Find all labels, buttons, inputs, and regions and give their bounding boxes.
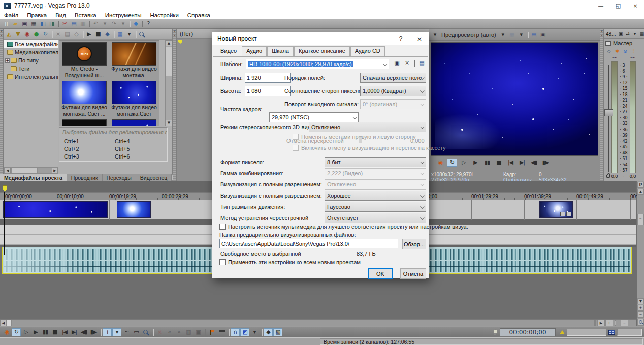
restore-button[interactable]: ◱ xyxy=(609,0,627,11)
apply-preset-icon[interactable]: ◇ xyxy=(72,30,81,38)
panel-grip[interactable]: × ▪ xyxy=(173,29,177,181)
zoom-tool-corner-button[interactable] xyxy=(637,319,644,326)
master-solo-icon[interactable]: ! xyxy=(630,48,636,54)
event-fx-icon[interactable] xyxy=(560,212,565,216)
scrollbar-thumb[interactable] xyxy=(7,320,12,326)
master-properties-gear-icon[interactable]: ✱ xyxy=(614,48,620,54)
scroll-left-icon[interactable]: ◀ xyxy=(0,320,7,326)
pixel-aspect-combo[interactable]: 1,0000 (Квадрат) xyxy=(360,86,426,96)
auto-preview-icon[interactable]: ◭ xyxy=(4,30,13,38)
go-to-start-button[interactable]: |◀ xyxy=(60,328,69,336)
open-project-icon[interactable]: ▰ xyxy=(11,20,20,28)
split-screen-view-icon[interactable]: ▦ xyxy=(507,30,517,39)
height-input[interactable]: 1 080 xyxy=(245,86,291,96)
previous-frame-button[interactable]: ◀▮ xyxy=(79,328,88,336)
event-name-field[interactable] xyxy=(617,329,642,336)
capture-video-icon[interactable]: ◉ xyxy=(22,30,31,38)
full-res-quality-combo[interactable]: Хорошее xyxy=(325,191,426,201)
preview-stop-icon[interactable]: ■ xyxy=(93,30,103,38)
render-as-icon[interactable]: ▦ xyxy=(29,20,38,28)
scroll-left-icon[interactable]: ◀ xyxy=(5,168,11,173)
next-frame-button[interactable]: ▮▶ xyxy=(540,159,551,167)
insert-region-button[interactable] xyxy=(217,328,226,336)
zoom-edit-tool-button[interactable] xyxy=(141,328,150,336)
media-tree-item[interactable]: Медианакопители xyxy=(4,48,58,56)
stop-button[interactable]: ■ xyxy=(50,328,59,336)
panel-tab[interactable]: Медиафайлы проекта xyxy=(0,174,67,181)
zoom-in-time-icon[interactable]: + xyxy=(605,320,613,326)
media-thumbnail[interactable] xyxy=(61,119,108,126)
browse-button[interactable]: Обзор... xyxy=(402,239,426,249)
close-button[interactable]: × xyxy=(627,0,644,11)
event-pan-crop-icon[interactable] xyxy=(566,212,571,216)
panel-grip[interactable]: × ▪ xyxy=(600,29,604,181)
scrollbar-thumb[interactable] xyxy=(166,47,172,76)
envelope-edit-tool-button[interactable]: ~ xyxy=(122,328,131,336)
preview-play-icon[interactable]: ▶ xyxy=(84,30,93,38)
go-to-end-button[interactable]: ▶| xyxy=(70,328,79,336)
ignore-event-grouping-button[interactable]: ▧ xyxy=(273,328,282,336)
apply-to-all-checkbox[interactable]: Применять эти настройки ко всем новым пр… xyxy=(219,259,361,265)
trim-start-button[interactable]: « xyxy=(165,328,174,336)
media-thumbnail[interactable]: Футажи для видео монтажа.Свет Бли... xyxy=(111,81,157,117)
timeline-h-scrollbar[interactable]: ◀ ▶ + − xyxy=(0,319,636,326)
record-button[interactable]: ◉ xyxy=(435,159,445,167)
minimize-button[interactable]: — xyxy=(592,0,609,11)
stereo-3d-combo[interactable]: Отключено xyxy=(309,122,426,132)
remove-media-icon[interactable]: × xyxy=(53,30,62,38)
cut-icon[interactable]: ✂ xyxy=(60,20,69,28)
media-thumbnail[interactable]: MP3 Mr. Credo - Воздушный ш... xyxy=(61,42,108,79)
scroll-down-icon[interactable]: ▼ xyxy=(637,298,644,304)
crosstalk-slider-track[interactable] xyxy=(360,140,398,140)
save-template-icon[interactable]: ▣ xyxy=(392,59,401,67)
prerender-path-input[interactable]: C:\Users\user\AppData\Local\Sony\Vegas P… xyxy=(219,239,398,248)
video-event-clip[interactable] xyxy=(117,201,151,218)
panel-close-icon[interactable]: × xyxy=(174,29,176,33)
volume-fader-handle[interactable] xyxy=(604,109,613,116)
next-frame-button[interactable]: ▮▶ xyxy=(89,328,98,336)
normal-edit-tool-button[interactable]: + xyxy=(103,328,112,336)
scroll-down-icon[interactable]: ▼ xyxy=(166,120,172,126)
redo-icon[interactable]: ↷ xyxy=(109,20,118,28)
insert-marker-button[interactable] xyxy=(207,328,216,336)
panel-tab[interactable]: Видеоспец xyxy=(136,174,172,181)
undo-icon[interactable]: ↶ xyxy=(91,20,100,28)
panel-tab[interactable]: Переходы xyxy=(103,174,136,181)
auto-ripple-button[interactable]: ◩ xyxy=(240,328,249,336)
output-rotation-combo[interactable]: 0° (оригинал) xyxy=(360,99,426,109)
zoom-out-track-icon[interactable]: − xyxy=(637,311,644,318)
panel-pin-icon[interactable]: ▪ xyxy=(1,33,2,37)
project-properties-icon[interactable]: ◧ xyxy=(38,20,47,28)
crosstalk-slider-thumb[interactable] xyxy=(359,136,362,143)
save-project-icon[interactable]: ▣ xyxy=(20,20,29,28)
mixer-views-icon[interactable]: ▣ xyxy=(617,30,624,37)
panel-close-icon[interactable]: × xyxy=(1,29,3,33)
copy-icon[interactable]: ▤ xyxy=(69,20,78,28)
pause-button[interactable]: ▮▮ xyxy=(41,328,50,336)
media-tree-item[interactable]: + По типу xyxy=(4,56,58,65)
pane-button[interactable]: P xyxy=(637,182,644,188)
menu-item[interactable]: Файл xyxy=(4,12,18,18)
thumbnails-scrollbar[interactable]: ▲ ▼ xyxy=(165,40,172,126)
video-event-clip[interactable] xyxy=(539,201,573,218)
lock-envelopes-button[interactable]: ◆ xyxy=(264,328,273,336)
scroll-right-icon[interactable]: ▶ xyxy=(52,168,58,173)
enable-snapping-button[interactable]: ∩ xyxy=(231,328,240,336)
pixel-format-combo[interactable]: 8 бит xyxy=(325,157,426,167)
master-mute-icon[interactable]: ⊘ xyxy=(622,48,628,54)
dialog-tab[interactable]: Аудио CD xyxy=(350,46,385,56)
panel-pin-icon[interactable]: ▪ xyxy=(174,33,175,37)
menu-item[interactable]: Настройки xyxy=(150,12,178,18)
go-to-start-button[interactable]: |◀ xyxy=(505,159,516,167)
previous-frame-button[interactable]: ◀▮ xyxy=(529,159,539,167)
panel-tab[interactable]: Проводник xyxy=(67,174,103,181)
split-events-button[interactable]: ▥ xyxy=(184,328,193,336)
zoom-in-track-icon[interactable]: + xyxy=(637,305,644,311)
match-media-checkbox[interactable]: Настроить источник мультимедиа для лучше… xyxy=(219,224,468,230)
media-thumbnail[interactable] xyxy=(111,119,157,126)
cancel-button[interactable]: Отмена xyxy=(400,268,426,279)
paste-icon[interactable]: ▥ xyxy=(78,20,87,28)
copy-snapshot-icon[interactable]: ▤ xyxy=(529,30,538,39)
media-properties-icon[interactable]: ▤ xyxy=(62,30,72,38)
full-res-quality-off-combo[interactable]: Отключено xyxy=(325,179,426,190)
